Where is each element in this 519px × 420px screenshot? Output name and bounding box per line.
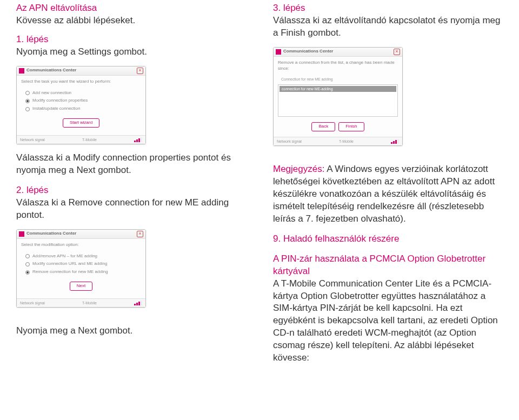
list-label: Connection for new ME adding xyxy=(278,77,398,82)
radio-icon xyxy=(25,270,30,275)
note-paragraph: Megjegyzés: A Windows egyes verzióinak k… xyxy=(273,163,503,225)
status-signal-label: Network signal xyxy=(20,301,45,305)
dialog-options: Add new connection Modify connection pro… xyxy=(21,90,141,112)
pin-lock-block: A PIN-zár használata a PCMCIA Option Glo… xyxy=(273,253,503,364)
dialog-title-text: Communications Center xyxy=(26,231,137,237)
status-network: T-Mobile xyxy=(339,139,354,144)
radio-icon xyxy=(25,91,30,95)
step-2-label: 2. lépés xyxy=(16,184,246,197)
close-icon[interactable]: × xyxy=(394,49,400,55)
step-1-label: 1. lépés xyxy=(16,34,246,46)
step-3-text: Válassza ki az eltávolítandó kapcsolatot… xyxy=(273,15,503,39)
radio-icon xyxy=(25,262,30,266)
option-add-new[interactable]: Add new connection xyxy=(25,90,141,96)
signal-icon xyxy=(134,301,142,305)
dialog-remove-connection: Communications Center × Remove a connect… xyxy=(273,47,403,146)
status-network: T-Mobile xyxy=(82,301,97,305)
right-column: 3. lépés Válassza ki az eltávolítandó ka… xyxy=(273,2,503,415)
option-remove-connection[interactable]: Remove connection for new ME adding xyxy=(25,269,141,275)
option-install[interactable]: Install/update connection xyxy=(25,106,141,112)
t-logo-icon xyxy=(19,231,24,237)
pin-lock-body: A T-Mobile Communication Center Lite és … xyxy=(273,278,503,365)
dialog-body: Select the task you want the wizard to p… xyxy=(17,76,145,135)
step-2-text: Válasza ki a Remove connection for new M… xyxy=(16,197,246,222)
option-add-remove-apn[interactable]: Add/remove APN – for ME adding xyxy=(25,254,141,259)
dialog-titlebar: Communications Center × xyxy=(17,66,145,76)
dialog-modify-options: Communications Center × Select the modif… xyxy=(16,229,146,308)
dialog-statusbar: Network signal T-Mobile xyxy=(17,135,145,144)
step-3-label: 3. lépés xyxy=(273,2,503,15)
pin-lock-heading: A PIN-zár használata a PCMCIA Option Glo… xyxy=(273,253,503,278)
follow-steps-text: Kövesse az alábbi lépéseket. xyxy=(16,15,246,27)
radio-icon xyxy=(25,99,30,103)
step-2: 2. lépés Válasza ki a Remove connection … xyxy=(16,184,246,222)
option-label: Remove connection for new ME adding xyxy=(32,269,108,275)
connection-list[interactable]: connection for new ME-adding xyxy=(278,84,398,117)
option-label: Modify connection properties xyxy=(32,98,88,104)
step-3: 3. lépés Válassza ki az eltávolítandó ka… xyxy=(273,2,503,39)
radio-icon xyxy=(25,107,30,111)
dialog-body: Remove a connection from the list, a cha… xyxy=(274,57,402,137)
step-1: 1. lépés Nyomja meg a Settings gombot. xyxy=(16,34,246,58)
start-wizard-button[interactable]: Start wizard xyxy=(63,118,99,128)
dialog-question: Remove a connection from the list, a cha… xyxy=(278,60,398,72)
status-signal-label: Network signal xyxy=(277,139,302,144)
option-label: Add/remove APN – for ME adding xyxy=(32,254,97,259)
finish-button[interactable]: Finish xyxy=(338,122,364,131)
dialog-title-text: Communications Center xyxy=(26,68,137,74)
dialog-statusbar: Network signal T-Mobile xyxy=(17,298,145,307)
option-modify-url[interactable]: Modify connection URL and ME adding xyxy=(25,261,141,267)
section-9-heading: 9. Haladó felhasználók részére xyxy=(273,233,503,245)
left-column: Az APN eltávolítása Kövesse az alábbi lé… xyxy=(16,2,246,415)
list-item[interactable]: connection for new ME-adding xyxy=(280,86,396,92)
remove-apn-heading: Az APN eltávolítása xyxy=(16,2,246,15)
option-label: Add new connection xyxy=(32,90,71,96)
dialog-settings-wizard: Communications Center × Select the task … xyxy=(16,66,146,144)
note-lead: Megjegyzés: xyxy=(273,164,324,174)
step-1-text: Nyomja meg a Settings gombot. xyxy=(16,46,246,58)
option-label: Install/update connection xyxy=(32,106,81,112)
back-button[interactable]: Back xyxy=(311,122,335,131)
status-signal-label: Network signal xyxy=(20,137,45,142)
signal-icon xyxy=(134,137,142,142)
dialog-body: Select the modification option: Add/remo… xyxy=(17,239,145,298)
signal-icon xyxy=(391,139,399,144)
dialog-title-text: Communications Center xyxy=(283,49,394,55)
option-label: Modify connection URL and ME adding xyxy=(32,261,107,267)
dialog-statusbar: Network signal T-Mobile xyxy=(274,137,402,145)
dialog-question: Select the task you want the wizard to p… xyxy=(21,79,141,85)
close-icon[interactable]: × xyxy=(137,231,143,237)
dialog-titlebar: Communications Center × xyxy=(17,230,145,239)
dialog-options: Add/remove APN – for ME adding Modify co… xyxy=(21,254,141,275)
radio-icon xyxy=(25,254,30,258)
intro-block: Az APN eltávolítása Kövesse az alábbi lé… xyxy=(16,2,246,27)
t-logo-icon xyxy=(276,49,281,55)
modify-connection-para: Válassza ki a Modify connection properti… xyxy=(16,152,246,177)
t-logo-icon xyxy=(19,68,24,74)
close-icon[interactable]: × xyxy=(137,68,143,74)
dialog-question: Select the modification option: xyxy=(21,242,141,248)
press-next-text: Nyomja meg a Next gombot. xyxy=(16,325,246,337)
dialog-titlebar: Communications Center × xyxy=(274,48,402,57)
option-modify[interactable]: Modify connection properties xyxy=(25,98,141,104)
next-button[interactable]: Next xyxy=(70,282,92,291)
status-network: T-Mobile xyxy=(82,137,97,142)
